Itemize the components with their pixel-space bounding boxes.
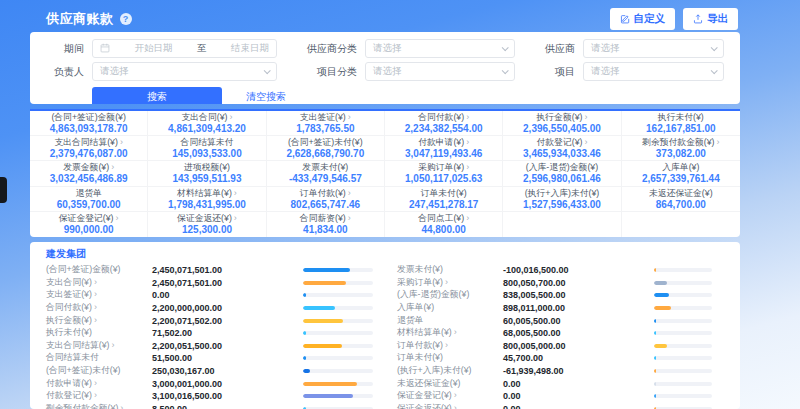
company-metric-row[interactable]: 付款登记(¥)›3,100,016,500.00 [46, 390, 373, 403]
metric-card[interactable]: 保证金返还(¥)›125,300.00 [148, 212, 266, 237]
row-label-text: 支出签证(¥) [46, 289, 92, 299]
supplier-category-placeholder: 请选择 [373, 42, 402, 55]
metric-label: (入库-退货)金额(¥) [526, 162, 598, 172]
help-icon[interactable]: ? [120, 13, 132, 25]
company-name-link[interactable]: 建发集团 [46, 247, 724, 261]
search-button[interactable]: 搜索 [92, 87, 222, 104]
project-category-select[interactable]: 请选择 [365, 62, 515, 81]
company-metric-row[interactable]: 订单付款(¥)›800,005,000.00 [397, 340, 724, 353]
metric-value: 247,451,278.17 [409, 199, 479, 210]
company-metric-row[interactable]: 采购订单(¥)›800,050,700.00 [397, 277, 724, 290]
row-value: 800,005,000.00 [503, 341, 631, 351]
metric-card[interactable]: 材料结算单(¥)›1,798,431,995.00 [148, 187, 266, 212]
company-metric-row[interactable]: 合同付款(¥)›2,200,000,000.00 [46, 302, 373, 315]
row-label-text: (执行+入库)未付(¥) [397, 365, 472, 375]
metric-card[interactable]: 保证金登记(¥)›990,000.00 [30, 212, 148, 237]
metric-label: 合同薪资(¥)› [300, 213, 351, 223]
customize-button[interactable]: 自定义 [610, 8, 676, 30]
metric-value: 2,596,980,061.46 [523, 173, 601, 184]
metric-card[interactable]: 订单付款(¥)›802,665,747.46 [267, 187, 385, 212]
sidebar-collapse-handle[interactable] [0, 177, 7, 203]
company-metric-row: 发票未付(¥)-100,016,500.00 [397, 264, 724, 277]
metric-label: 支出合同(¥)› [182, 112, 233, 122]
chevron-right-icon: › [120, 137, 123, 147]
metric-card[interactable]: 合同点工(¥)›44,800.00 [385, 212, 503, 237]
metric-card: 订单未付(¥)247,451,278.17 [385, 187, 503, 212]
export-button[interactable]: 导出 [683, 8, 738, 30]
metric-card[interactable]: 发票金额(¥)›3,032,456,486.89 [30, 161, 148, 186]
row-bar-fill [654, 394, 656, 398]
metric-label-text: 支出合同结算(¥) [54, 137, 118, 147]
chevron-right-icon: › [94, 302, 97, 312]
row-value: 2,450,071,501.00 [152, 265, 280, 275]
company-metric-row[interactable]: 付款申请(¥)›3,000,001,000.00 [46, 377, 373, 390]
row-value: 3,000,001,000.00 [152, 379, 280, 389]
chevron-down-icon [264, 67, 271, 74]
company-metric-row[interactable]: 保证金登记(¥)›0.00 [397, 390, 724, 403]
chevron-right-icon: › [466, 137, 469, 147]
row-value: 0.00 [503, 391, 631, 401]
metric-card[interactable]: 剩余预付款金额(¥)›373,082.00 [622, 136, 740, 161]
company-metric-row[interactable]: 支出合同(¥)›2,450,071,501.00 [46, 277, 373, 290]
metric-label: 未返还保证金(¥) [649, 188, 713, 198]
metric-card[interactable]: 付款申请(¥)›3,047,119,493.46 [385, 136, 503, 161]
company-metric-row: 订单未付(¥)45,700.00 [397, 352, 724, 365]
row-bar-fill [303, 369, 310, 373]
metric-card[interactable]: 合同付款(¥)›2,234,382,554.00 [385, 111, 503, 136]
company-metric-row[interactable]: 支出合同结算(¥)›2,200,051,500.00 [46, 340, 373, 353]
row-label: 保证金登记(¥)› [397, 390, 503, 402]
company-metric-row[interactable]: 材料结算单(¥)›68,005,500.00 [397, 327, 724, 340]
chevron-down-icon [502, 67, 509, 74]
metric-card[interactable]: 支出签证(¥)›1,783,765.50 [267, 111, 385, 136]
metric-label: 支出签证(¥)› [300, 112, 351, 122]
metric-value: 3,032,456,486.89 [50, 173, 128, 184]
metric-value: 2,396,550,405.00 [523, 123, 601, 134]
clear-search-link[interactable]: 清空搜索 [246, 90, 286, 104]
company-metrics-left: (合同+签证)金额(¥)2,450,071,501.00支出合同(¥)›2,45… [46, 264, 373, 409]
row-bar-track [303, 356, 373, 360]
owner-placeholder: 请选择 [100, 65, 129, 78]
metric-card[interactable]: 付款登记(¥)›3,465,934,033.46 [503, 136, 621, 161]
content-area: 期间 开始日期 至 结束日期 供应商分类 请选择 供应商 请选择 [30, 32, 740, 409]
row-value: -61,939,498.00 [503, 366, 631, 376]
metric-card[interactable]: 支出合同(¥)›4,861,309,413.20 [148, 111, 266, 136]
metric-card[interactable]: 采购订单(¥)›1,050,117,025.63 [385, 161, 503, 186]
owner-select[interactable]: 请选择 [92, 62, 277, 81]
row-bar-fill [654, 382, 656, 386]
metric-label-text: 执行金额(¥) [537, 112, 583, 122]
chevron-down-icon [711, 67, 718, 74]
company-metric-row[interactable]: 执行金额(¥)›2,200,071,502.00 [46, 314, 373, 327]
filter-actions: 搜索 清空搜索 [46, 87, 724, 104]
company-metric-columns: (合同+签证)金额(¥)2,450,071,501.00支出合同(¥)›2,45… [46, 264, 724, 409]
metric-value: 1,798,431,995.00 [168, 199, 246, 210]
supplier-category-select[interactable]: 请选择 [365, 39, 515, 58]
project-placeholder: 请选择 [591, 65, 620, 78]
metric-card[interactable]: 支出合同结算(¥)›2,379,476,087.00 [30, 136, 148, 161]
metric-value: 373,082.00 [656, 148, 706, 159]
row-label: 剩余预付款金额(¥)› [46, 403, 152, 409]
metric-label-text: 入库单(¥) [662, 162, 699, 172]
metric-label-text: 未返还保证金(¥) [649, 188, 713, 198]
metric-card[interactable]: 执行金额(¥)›2,396,550,405.00 [503, 111, 621, 136]
row-bar-track [654, 356, 712, 360]
metric-value: 3,047,119,493.46 [405, 148, 482, 159]
metric-label-text: 合同付款(¥) [418, 112, 464, 122]
date-range-input[interactable]: 开始日期 至 结束日期 [92, 39, 277, 58]
supplier-select[interactable]: 请选择 [583, 39, 724, 58]
company-metric-row[interactable]: 剩余预付款金额(¥)›8,500.00 [46, 403, 373, 409]
project-select[interactable]: 请选择 [583, 62, 724, 81]
metric-card[interactable]: 合同薪资(¥)›41,834.00 [267, 212, 385, 237]
row-bar-track [303, 306, 373, 310]
company-metric-row[interactable]: 支出签证(¥)›0.00 [46, 289, 373, 302]
row-bar-track [303, 394, 373, 398]
company-metric-row[interactable]: 保证金返还(¥)›0.00 [397, 403, 724, 409]
chevron-down-icon [711, 44, 718, 51]
company-metric-row: 执行未付(¥)71,502.00 [46, 327, 373, 340]
metric-card: (执行+入库)未付(¥)1,527,596,433.00 [503, 187, 621, 212]
row-bar-fill [303, 281, 346, 285]
titlebar: 供应商账款 ? 自定义 导出 [30, 0, 740, 32]
row-bar-fill [654, 319, 656, 323]
metric-label-text: 采购订单(¥) [418, 162, 464, 172]
row-label: 采购订单(¥)› [397, 277, 503, 289]
metric-label-text: 保证金登记(¥) [59, 213, 114, 223]
